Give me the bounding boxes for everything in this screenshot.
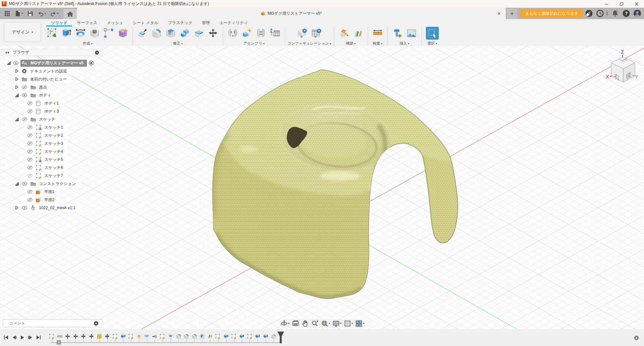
ribbon-tab[interactable]: ソリッド <box>46 20 72 26</box>
ribbon-tab[interactable]: ユーティリティ <box>215 20 253 26</box>
step-forward-button[interactable] <box>28 335 33 340</box>
tool-hole[interactable] <box>89 28 100 39</box>
timeline-feature-move[interactable] <box>104 334 110 339</box>
timeline-feature-sketch[interactable] <box>112 334 118 339</box>
tool-shell[interactable] <box>165 28 176 39</box>
undo-button[interactable]: ▾ <box>38 10 46 17</box>
visibility-eye-off-icon[interactable] <box>27 197 36 202</box>
visibility-eye-icon[interactable] <box>21 181 30 186</box>
home-button[interactable] <box>63 9 77 19</box>
ribbon-group-label[interactable]: 選択▾ <box>427 41 437 46</box>
tool-move-copy[interactable] <box>208 28 218 39</box>
ribbon-group-label[interactable]: アセンブリ▾ <box>243 41 264 46</box>
visibility-eye-off-icon[interactable] <box>27 133 36 138</box>
timeline-feature-sketch[interactable] <box>231 334 237 339</box>
timeline-feature-move[interactable] <box>89 334 94 339</box>
visibility-eye-off-icon[interactable] <box>27 157 36 162</box>
minimize-panel-icon[interactable] <box>95 50 99 55</box>
mesh-body[interactable] <box>201 60 470 315</box>
tree-row[interactable]: スケッチ3 <box>2 139 102 148</box>
ribbon-group-label[interactable]: コンフィギュレーション▾ <box>287 41 331 46</box>
timeline-feature-loft[interactable] <box>168 334 173 339</box>
visibility-eye-off-icon[interactable] <box>27 165 36 170</box>
timeline-group-expand-button[interactable]: + <box>57 340 61 345</box>
tool-configuration-table[interactable] <box>311 28 322 39</box>
timeline-feature-fillet[interactable] <box>192 334 197 339</box>
visibility-eye-icon[interactable] <box>13 61 20 65</box>
tool-configuration[interactable] <box>297 28 308 39</box>
comment-box[interactable] <box>3 319 102 327</box>
visibility-eye-icon[interactable] <box>21 93 30 98</box>
app-grid-button[interactable] <box>4 10 10 17</box>
visibility-eye-off-icon[interactable] <box>27 189 36 194</box>
viewports-button[interactable]: ▾ <box>355 320 365 327</box>
tree-row[interactable]: 名前の付いたビュー <box>2 75 102 83</box>
timeline-feature-split[interactable] <box>144 334 150 339</box>
tool-new-component[interactable] <box>241 28 252 39</box>
tree-row[interactable]: ボディ3 <box>2 107 102 115</box>
play-button[interactable] <box>19 335 25 340</box>
look-at-button[interactable] <box>291 320 300 327</box>
collapse-panel-icon[interactable] <box>5 51 9 54</box>
tool-joint[interactable] <box>227 28 238 39</box>
timeline-feature-sketch[interactable] <box>49 334 55 339</box>
tool-offset-plane[interactable] <box>353 28 363 39</box>
timeline-feature-extrude[interactable] <box>255 334 260 339</box>
close-tab-icon[interactable]: ✕ <box>497 11 501 16</box>
orbit-button[interactable]: ▾ <box>280 320 290 327</box>
timeline-feature-component-pattern[interactable] <box>57 334 63 339</box>
timeline-feature-sketch[interactable] <box>247 334 253 339</box>
tree-row[interactable]: スケッチ7 <box>2 172 102 180</box>
tree-row[interactable]: ドキュメントの設定 <box>2 67 102 75</box>
ribbon-tab[interactable]: サーフェス <box>72 20 102 26</box>
tool-insert-fastener[interactable] <box>392 28 403 39</box>
expand-arrow-icon[interactable] <box>14 69 21 73</box>
timeline-position-marker[interactable] <box>277 331 285 345</box>
tree-row[interactable]: スケッチ <box>2 115 102 123</box>
tool-as-built-joint[interactable] <box>256 28 266 39</box>
timeline-feature-extrude[interactable] <box>120 334 126 339</box>
tree-row[interactable]: ボディ <box>2 91 102 99</box>
go-to-start-button[interactable] <box>3 335 9 340</box>
collapse-arrow-icon[interactable] <box>6 61 13 65</box>
timeline-feature-offset-plane[interactable] <box>207 334 213 339</box>
tool-bom[interactable] <box>270 28 280 39</box>
zoom-button[interactable] <box>311 320 319 327</box>
tool-extrude[interactable] <box>61 28 72 39</box>
ribbon-tab[interactable]: メッシュ <box>102 20 128 26</box>
tool-create-sketch[interactable] <box>47 28 58 39</box>
browser-header[interactable]: ブラウザ <box>2 49 102 56</box>
tree-row[interactable]: スケッチ6 <box>2 164 102 172</box>
timeline-feature-move[interactable] <box>65 334 70 339</box>
comment-input[interactable] <box>9 321 86 326</box>
tool-fillet[interactable] <box>151 28 162 39</box>
go-to-end-button[interactable] <box>36 335 41 340</box>
ribbon-group-label[interactable]: 検査▾ <box>373 41 382 46</box>
new-tab-button[interactable]: + <box>507 8 517 19</box>
collapse-arrow-icon[interactable] <box>14 117 21 122</box>
timeline-feature-move[interactable] <box>80 334 86 339</box>
ribbon-group-label[interactable]: 挿入▾ <box>399 41 409 46</box>
extension-icon[interactable] <box>585 9 593 17</box>
help-icon[interactable]: ? <box>622 9 630 17</box>
tree-row[interactable]: 平面1 <box>2 188 102 196</box>
timeline-track[interactable] <box>51 342 281 343</box>
timeline-feature-shell[interactable] <box>199 334 205 339</box>
tree-root-row[interactable]: MGザク用リストアーマー v5 <box>2 59 102 67</box>
visibility-eye-off-icon[interactable] <box>27 149 36 154</box>
timeline-feature-fillet[interactable] <box>176 334 181 339</box>
tool-revolve[interactable] <box>75 28 86 39</box>
timeline-feature-sketch[interactable] <box>128 334 134 339</box>
gear-icon[interactable] <box>634 335 639 342</box>
timeline-feature-move[interactable] <box>73 334 78 339</box>
visibility-eye-off-icon[interactable] <box>27 101 36 106</box>
tree-row[interactable]: 原点 <box>2 83 102 91</box>
expand-arrow-icon[interactable] <box>14 85 21 90</box>
ribbon-group-label[interactable]: 修正▾ <box>173 41 182 46</box>
timeline-feature-chamfer[interactable] <box>271 334 276 339</box>
step-back-button[interactable] <box>11 335 17 340</box>
ribbon-group-label[interactable]: 構築▾ <box>346 41 356 46</box>
visibility-eye-off-icon[interactable] <box>21 85 30 90</box>
tool-create-form[interactable] <box>117 28 128 39</box>
tree-row[interactable]: 1022_02_mesh v1:1 <box>2 204 102 212</box>
